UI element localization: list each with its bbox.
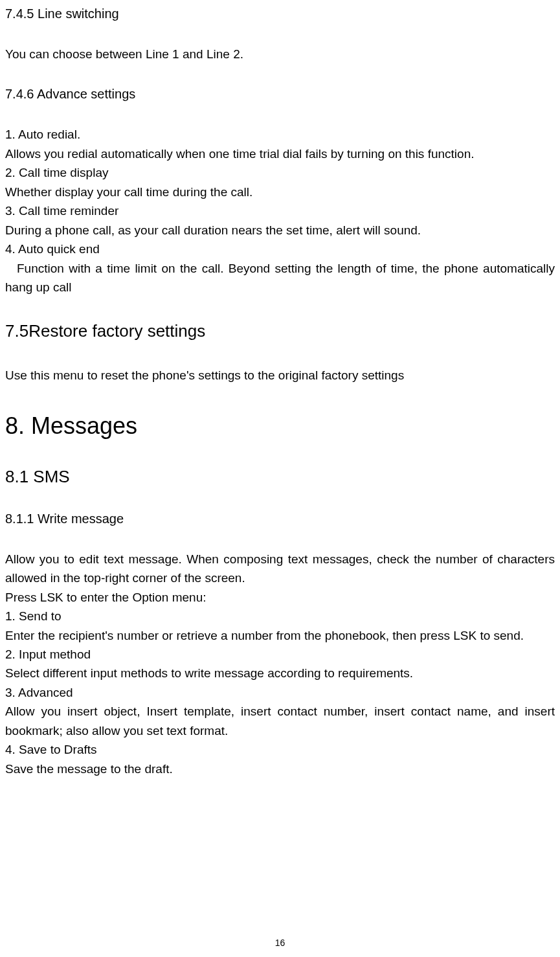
list-item-title: 3. Call time reminder [5, 201, 555, 220]
list-item-title: 4. Auto quick end [5, 240, 555, 258]
list-item-title: 2. Call time display [5, 163, 555, 182]
heading-7-4-6: 7.4.6 Advance settings [5, 87, 555, 102]
heading-8-1: 8.1 SMS [5, 467, 555, 487]
list-item-title: 4. Save to Drafts [5, 740, 555, 759]
paragraph: Press LSK to enter the Option menu: [5, 588, 555, 607]
heading-7-5: 7.5Restore factory settings [5, 321, 555, 341]
heading-8: 8. Messages [5, 412, 555, 440]
list-item-body: During a phone call, as your call durati… [5, 221, 555, 240]
list-item-body: Whether display your call time during th… [5, 183, 555, 201]
list-item-title: 2. Input method [5, 645, 555, 664]
list-item-title: 3. Advanced [5, 683, 555, 702]
paragraph: Allow you to edit text message. When com… [5, 550, 555, 588]
paragraph: Use this menu to reset the phone's setti… [5, 366, 555, 385]
list-item-body: Select different input methods to write … [5, 664, 555, 682]
page-number: 16 [0, 938, 560, 948]
list-item-body: Allows you redial automatically when one… [5, 144, 555, 163]
list-item-body: Save the message to the draft. [5, 760, 555, 778]
heading-7-4-5: 7.4.5 Line switching [5, 6, 555, 21]
list-item-title: 1. Send to [5, 607, 555, 625]
list-item-title: 1. Auto redial. [5, 125, 555, 144]
paragraph: You can choose between Line 1 and Line 2… [5, 45, 555, 63]
list-item-body: Allow you insert object, Insert template… [5, 702, 555, 740]
list-item-body: Enter the recipient's number or retrieve… [5, 626, 555, 645]
heading-8-1-1: 8.1.1 Write message [5, 512, 555, 526]
list-item-body: Function with a time limit on the call. … [5, 259, 555, 297]
document-page: 7.4.5 Line switching You can choose betw… [0, 6, 560, 778]
